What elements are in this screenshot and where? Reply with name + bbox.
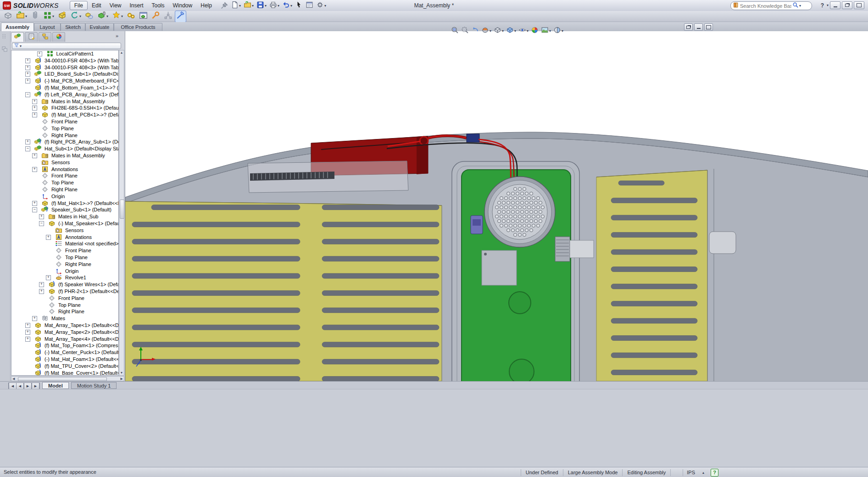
linear-pattern-button[interactable]: ▾ (42, 11, 56, 22)
zoom-to-area-button[interactable] (461, 26, 469, 36)
tree-expander[interactable]: + (25, 58, 30, 63)
tree-expander[interactable]: + (25, 139, 30, 144)
tree-expander[interactable]: + (32, 201, 37, 206)
tree-expander[interactable]: − (25, 92, 30, 97)
tree-item[interactable]: Front Plane (11, 172, 119, 179)
doc-minimize-button[interactable] (694, 23, 703, 31)
tree-expander[interactable]: + (39, 214, 44, 219)
tree-expander[interactable]: + (39, 282, 44, 287)
pin-icon[interactable] (219, 1, 229, 10)
select-cursor-button[interactable] (294, 1, 304, 10)
section-view-button[interactable]: ▾ (481, 26, 491, 36)
apply-scene-button[interactable]: ▾ (541, 26, 551, 36)
tree-item[interactable]: (f) Mat_Base_Cover<1> (Default<<Default>… (11, 370, 119, 376)
tree-item[interactable]: Top Plane (11, 254, 119, 261)
restore-button[interactable] (842, 1, 852, 9)
panel-tab-feature-manager[interactable] (11, 32, 24, 42)
tree-expander[interactable]: + (25, 330, 30, 335)
hscroll-right-arrow[interactable]: ▶ (121, 377, 123, 381)
tree-item[interactable]: +Annotations (11, 234, 119, 241)
view-settings-button[interactable]: ▾ (553, 26, 563, 36)
filter-dropdown-icon[interactable]: ▾ (20, 44, 22, 48)
design-review-button[interactable] (150, 11, 161, 22)
tree-item[interactable]: −Hat_Sub<1> (Default<Display State-1>) (11, 145, 119, 152)
tree-item[interactable]: Front Plane (11, 118, 119, 125)
dropdown-icon[interactable]: ▾ (290, 4, 292, 8)
gears-button[interactable] (125, 11, 137, 22)
tree-item[interactable]: −(f) Left_PCB_Array_Sub<1> (Default) (11, 91, 119, 98)
tree-item[interactable]: (-) Mat_Center_Puck<1> (Default<<Default… (11, 349, 119, 356)
tree-item[interactable]: Origin (11, 193, 119, 200)
tree-item[interactable]: +(f) PHR-2<1> (Default<<Default>_Disp (11, 288, 119, 295)
previous-view-button[interactable] (471, 26, 479, 36)
tree-expander[interactable]: + (39, 289, 44, 294)
hide-show-items-button[interactable]: ▾ (518, 26, 529, 36)
tree-item[interactable]: +Mat_Array_Tape<1> (Default<<Default>_Di… (11, 322, 119, 329)
panel-tab-configuration-manager[interactable] (39, 32, 51, 42)
mat-edge-tab[interactable] (709, 232, 736, 254)
tree-item[interactable]: Right Plane (11, 261, 119, 268)
dropdown-icon[interactable]: ▾ (252, 4, 254, 8)
vscroll-thumb[interactable] (120, 200, 124, 219)
tree-item[interactable]: Origin (11, 268, 119, 275)
tree-expander[interactable]: + (46, 235, 51, 240)
minimize-button[interactable] (830, 1, 840, 9)
tree-item[interactable]: Top Plane (11, 125, 119, 132)
tree-expander[interactable]: + (25, 72, 30, 77)
tree-expander[interactable]: + (25, 78, 30, 83)
help-icon[interactable]: ? (820, 2, 825, 9)
mate-clip-button[interactable] (29, 11, 41, 22)
zoom-to-fit-button[interactable] (451, 26, 459, 36)
tree-item[interactable]: +(f) Speaker Wires<1> (Default) (11, 281, 119, 288)
options-gear-button[interactable]: ▾ (315, 1, 328, 10)
tree-item[interactable]: Top Plane (11, 179, 119, 186)
smart-component-button[interactable]: ▾ (111, 11, 124, 22)
tree-expander[interactable]: + (25, 65, 30, 70)
undo-button[interactable]: ▾ (281, 1, 294, 10)
search-icon[interactable] (792, 2, 799, 10)
tree-item[interactable]: +LED_Board_Sub<1> (Default<Display State… (11, 71, 119, 78)
view-orientation-button[interactable]: ▾ (494, 26, 504, 36)
menu-insert[interactable]: Insert (126, 1, 148, 10)
tree-item[interactable]: +Annotations (11, 166, 119, 173)
doc-tab-motion-study-1[interactable]: Motion Study 1 (71, 382, 117, 389)
maximize-button[interactable] (854, 1, 864, 9)
tree-item[interactable]: +Mates (11, 315, 119, 322)
tree-item[interactable]: +(f) Mat_Left_PCB<1>->? (Default<<Defaul (11, 111, 119, 118)
dropdown-icon[interactable]: ▾ (52, 14, 54, 18)
isolate-button[interactable] (175, 11, 186, 22)
doc-nav-last-button[interactable]: ▶ (32, 383, 40, 389)
tree-expander[interactable]: + (37, 51, 42, 56)
tree-expander[interactable]: + (46, 275, 51, 280)
tree-item[interactable]: +FH28E-68S-0.5SH<1> (Default<<Default>_ (11, 105, 119, 111)
tree-item[interactable]: +(f) Mat_Hat<1>->? (Default<<Default>_Di (11, 200, 119, 207)
tree-item[interactable]: +Mat_Array_Tape<4> (Default<<Default>_Di… (11, 336, 119, 343)
dropdown-icon[interactable]: ▾ (324, 4, 326, 8)
tab-layout[interactable]: Layout (34, 23, 61, 31)
dropdown-icon[interactable]: ▾ (502, 29, 504, 33)
tree-item[interactable]: Front Plane (11, 295, 119, 302)
rollback-icon[interactable] (1, 46, 8, 55)
tree-item[interactable]: (f) Mat_Bottom_Foam_1<1>->? (Default<<De (11, 84, 119, 91)
search-dropdown-icon[interactable]: ▾ (799, 4, 801, 8)
tree-item[interactable]: +Revolve1 (11, 274, 119, 281)
graphics-viewport[interactable] (0, 31, 868, 381)
tree-item[interactable]: −(-) Mat_Speaker<1> (Default<<Default (11, 220, 119, 227)
tree-item[interactable]: +Mates in Mat_Assembly (11, 98, 119, 105)
insert-component-button[interactable] (2, 11, 14, 22)
tab-evaluate[interactable]: Evaluate (85, 23, 114, 31)
tree-expander[interactable]: − (39, 221, 44, 226)
hscroll-thumb[interactable] (18, 377, 107, 381)
tree-item[interactable]: Right Plane (11, 132, 119, 139)
doc-nav-first-button[interactable]: ◀ (8, 383, 17, 389)
exploded-view-button[interactable] (162, 11, 174, 22)
tree-item[interactable]: (-) Mat_Hat_Foam<1> (Default<<Default>_D… (11, 356, 119, 363)
doc-maximize-button[interactable] (704, 23, 713, 31)
doc-restore-button[interactable] (684, 23, 693, 31)
dropdown-icon[interactable]: ▾ (239, 4, 241, 8)
tree-expander[interactable]: + (32, 105, 37, 111)
tree-item[interactable]: +Mates in Mat_Assembly (11, 152, 119, 159)
dropdown-icon[interactable]: ▾ (562, 29, 563, 33)
tree-item[interactable]: +Mat_Array_Tape<2> (Default<<Default>_Di… (11, 329, 119, 336)
dropdown-icon[interactable]: ▾ (527, 29, 529, 33)
